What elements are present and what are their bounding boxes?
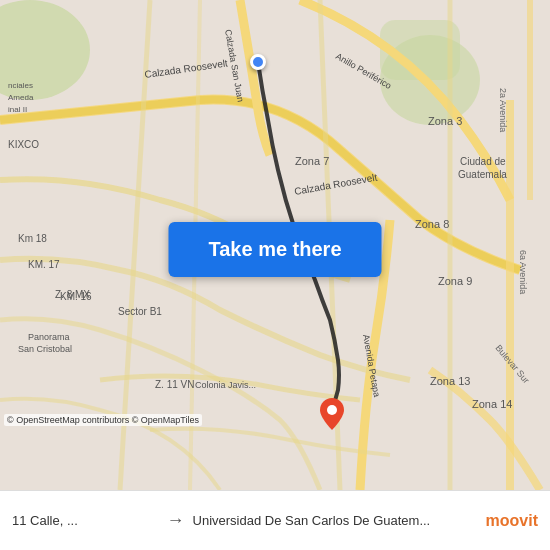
svg-text:2a Avenida: 2a Avenida [498,88,508,132]
svg-text:Zona 3: Zona 3 [428,115,462,127]
svg-text:KM. 16: KM. 16 [60,291,92,302]
route-from: 11 Calle, ... [12,513,159,528]
origin-marker [250,54,266,70]
svg-text:Zona 7: Zona 7 [295,155,329,167]
moovit-logo-text: moovit [486,512,538,530]
svg-text:KIXCO: KIXCO [8,139,39,150]
route-to: Universidad De San Carlos De Guatem... [193,513,486,528]
svg-text:inal II: inal II [8,105,27,114]
svg-text:Colonia Javis...: Colonia Javis... [195,380,256,390]
svg-text:nciales: nciales [8,81,33,90]
route-arrow: → [167,510,185,531]
svg-text:San Cristobal: San Cristobal [18,344,72,354]
bottom-bar: 11 Calle, ... → Universidad De San Carlo… [0,490,550,550]
svg-text:Zona 14: Zona 14 [472,398,512,410]
svg-text:Sector B1: Sector B1 [118,306,162,317]
map-container: Zona 7 Zona 8 Zona 9 Zona 3 Zona 13 Zona… [0,0,550,490]
svg-text:6a Avenida: 6a Avenida [518,250,528,294]
svg-point-33 [327,405,337,415]
svg-text:Guatemala: Guatemala [458,169,507,180]
map-attribution: © OpenStreetMap contributors © OpenMapTi… [4,414,202,426]
destination-marker [320,398,344,434]
svg-text:Z. 11 VN: Z. 11 VN [155,379,194,390]
svg-text:Ameda: Ameda [8,93,34,102]
svg-text:Zona 13: Zona 13 [430,375,470,387]
svg-text:Ciudad de: Ciudad de [460,156,506,167]
svg-text:KM. 17: KM. 17 [28,259,60,270]
svg-text:Km 18: Km 18 [18,233,47,244]
moovit-logo: moovit [486,512,538,530]
svg-text:Panorama: Panorama [28,332,70,342]
svg-text:Zona 8: Zona 8 [415,218,449,230]
take-me-there-button[interactable]: Take me there [168,222,381,277]
svg-text:Zona 9: Zona 9 [438,275,472,287]
